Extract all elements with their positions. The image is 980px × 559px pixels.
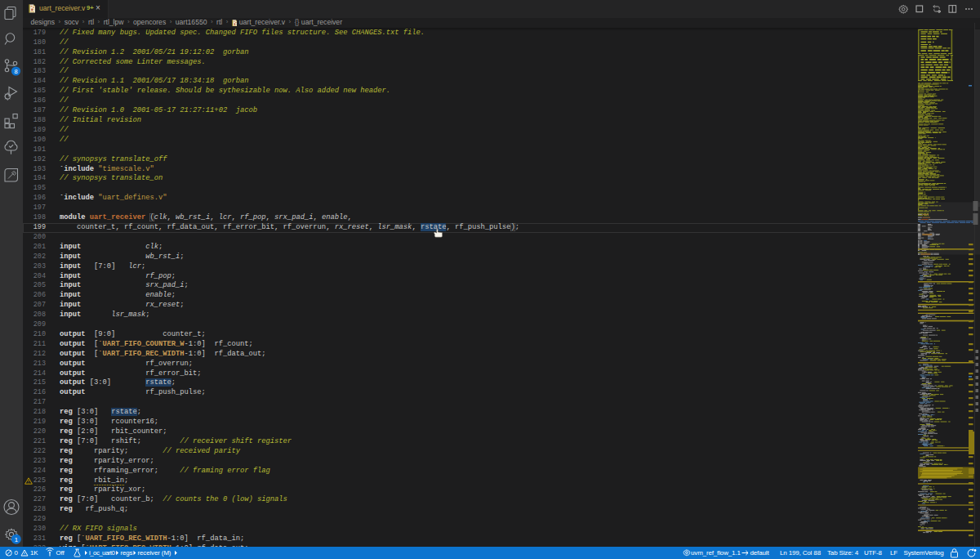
svg-text:8: 8: [14, 68, 17, 75]
svg-text:1: 1: [15, 536, 18, 543]
